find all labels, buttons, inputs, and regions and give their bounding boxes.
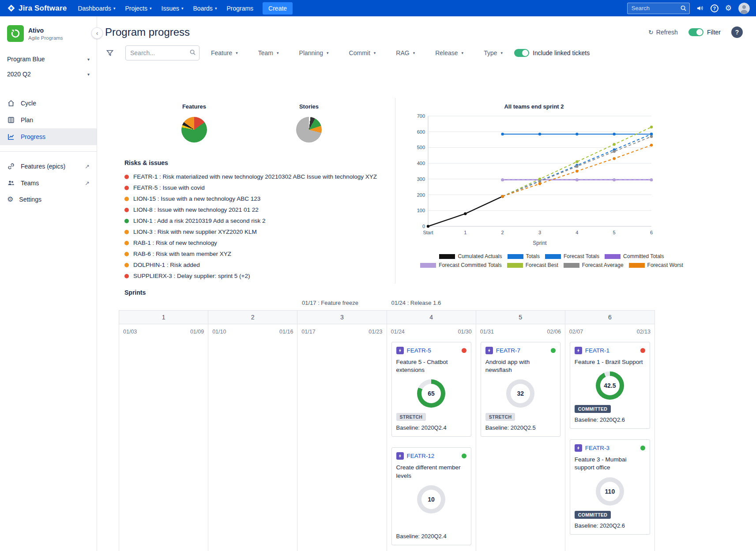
sprint-column: 01/0301/09 [119, 324, 208, 551]
filter-toggle-switch[interactable] [688, 28, 703, 36]
feature-key-link[interactable]: FEATR-5 [407, 347, 431, 354]
filter-dropdown-rag[interactable]: RAG▾ [396, 49, 415, 56]
chevron-down-icon: ▾ [462, 51, 464, 55]
feature-card[interactable]: FEATR-1Feature 1 - Brazil Support42.5COM… [570, 342, 650, 429]
legend-item: Forecast Average [564, 262, 624, 268]
svg-text:500: 500 [417, 145, 425, 150]
filter-dropdown-planning[interactable]: Planning▾ [299, 49, 329, 56]
include-linked-toggle[interactable]: Include linked tickets [514, 49, 590, 57]
risk-item[interactable]: DOLPHIN-1 : Risk added [124, 262, 382, 268]
sprint-end-date: 01/30 [458, 329, 471, 335]
chevron-down-icon: ▾ [327, 51, 329, 55]
avatar[interactable] [738, 3, 750, 14]
feature-card[interactable]: FEATR-5Feature 5 - Chatbot extensions65S… [391, 342, 471, 437]
filter-dropdown-release[interactable]: Release▾ [435, 49, 463, 56]
risk-item[interactable]: SUPPLIERX-3 : Delay supplier: sprint 5 (… [124, 273, 382, 279]
svg-text:Start: Start [423, 230, 433, 235]
create-button[interactable]: Create [263, 2, 293, 15]
sidebar-item-teams[interactable]: Teams↗ [0, 175, 97, 191]
risk-item[interactable]: LION-3 : Risk with new supplier XYZ2020 … [124, 229, 382, 235]
sidebar-item-plan[interactable]: Plan [0, 112, 97, 128]
gear-icon: ⚙ [7, 196, 13, 203]
risk-status-dot [124, 241, 129, 245]
sprint-end-date: 02/13 [637, 329, 651, 335]
feature-donut: 42.5 [596, 371, 624, 400]
topnav-item-boards[interactable]: Boards▾ [188, 0, 222, 16]
sidebar-collapse-button[interactable]: ‹ [91, 27, 103, 39]
risk-status-dot [124, 197, 129, 201]
topnav-item-issues[interactable]: Issues▾ [157, 0, 188, 16]
topnav-item-projects[interactable]: Projects▾ [120, 0, 156, 16]
feature-card[interactable]: FEATR-12Create different member levels10… [391, 447, 471, 545]
filter-search-input[interactable] [125, 45, 199, 60]
topnav-item-programs[interactable]: Programs [222, 0, 258, 16]
cycle-selector[interactable]: 2020 Q2 ▾ [0, 67, 97, 82]
chevron-down-icon: ▾ [500, 51, 503, 55]
feature-status-dot [640, 348, 645, 353]
feature-status-dot [462, 454, 466, 458]
feature-key-link[interactable]: FEATR-3 [585, 445, 609, 451]
risk-item[interactable]: LION-15 : Issue with a new technology AB… [124, 195, 382, 202]
topnav-item-dashboards[interactable]: Dashboards▾ [73, 0, 120, 16]
program-selector-value: Program Blue [7, 56, 45, 63]
risk-item[interactable]: LION-1 : Add a risk 20210319 Add a secon… [124, 217, 382, 224]
filter-dropdown-team[interactable]: Team▾ [258, 49, 279, 56]
sprint-column-header: 1 [119, 311, 208, 324]
help-icon[interactable]: ? [711, 4, 718, 12]
risk-item[interactable]: RAB-1 : Risk of new technology [124, 240, 382, 246]
sidebar-item-settings[interactable]: ⚙ Settings [0, 191, 97, 207]
legend-label: Committed Totals [623, 253, 664, 259]
commit-badge: STRETCH [485, 413, 515, 421]
search-icon[interactable] [680, 5, 687, 13]
risk-text: FEATR-1 : Risk materialized with new tec… [133, 173, 377, 180]
filter-toggle[interactable]: Filter [688, 28, 721, 36]
risk-text: FEATR-5 : Issue with covid [133, 184, 205, 191]
sprint-column-header: 4 [387, 311, 476, 324]
svg-text:1: 1 [464, 230, 466, 235]
main-content: Program progress ↻ Refresh Filter ? [97, 16, 756, 551]
svg-text:4: 4 [575, 230, 578, 235]
feature-type-icon [575, 347, 582, 354]
risk-item[interactable]: FEATR-5 : Issue with covid [124, 184, 382, 191]
jira-logo[interactable]: Jira Software [7, 4, 67, 13]
include-linked-toggle-switch[interactable] [514, 49, 529, 57]
filter-search-icon[interactable] [189, 49, 196, 57]
feature-key-link[interactable]: FEATR-1 [585, 347, 609, 354]
risk-item[interactable]: FEATR-1 : Risk materialized with new tec… [124, 173, 382, 180]
legend-swatch [564, 263, 579, 268]
chevron-down-icon: ▾ [413, 51, 415, 55]
page-help-icon[interactable]: ? [731, 26, 743, 38]
feature-card[interactable]: FEATR-7Android app with newsflash32STRET… [481, 342, 560, 437]
settings-gear-icon[interactable]: ⚙ [725, 4, 732, 12]
sprint-column-header: 3 [297, 311, 387, 324]
sidebar-item-features-epics[interactable]: Features (epics)↗ [0, 158, 97, 175]
svg-text:3: 3 [538, 230, 541, 235]
sidebar-item-cycle[interactable]: Cycle [0, 95, 97, 112]
program-selector[interactable]: Program Blue ▾ [0, 52, 97, 67]
risk-item[interactable]: LION-8 : Issue with new technology 2021 … [124, 206, 382, 213]
filter-funnel-icon[interactable] [106, 49, 114, 57]
filter-search [125, 45, 199, 60]
svg-text:300: 300 [417, 176, 425, 182]
filter-dropdown-type[interactable]: Type▾ [484, 49, 503, 56]
feature-card[interactable]: FEATR-3Feature 3 - Mumbai support office… [570, 439, 650, 534]
risk-status-dot [124, 274, 129, 278]
filter-dropdown-commit[interactable]: Commit▾ [349, 49, 376, 56]
feature-title: Feature 1 - Brazil Support [575, 358, 645, 366]
refresh-icon: ↻ [648, 29, 654, 36]
chevron-down-icon: ▾ [374, 51, 376, 55]
risks-section: Risks & issues FEATR-1 : Risk materializ… [124, 159, 395, 279]
page-header: Program progress ↻ Refresh Filter ? [97, 16, 756, 38]
feature-key-link[interactable]: FEATR-12 [407, 453, 435, 459]
sprint-end-date: 01/09 [190, 329, 204, 335]
filter-dropdown-feature[interactable]: Feature▾ [211, 49, 238, 56]
refresh-button[interactable]: ↻ Refresh [648, 29, 678, 36]
sidebar-item-progress[interactable]: Progress [0, 128, 97, 145]
feature-key-link[interactable]: FEATR-7 [496, 347, 520, 354]
risk-item[interactable]: RAB-6 : Risk with team member XYZ [124, 251, 382, 257]
sidebar-nav: CyclePlanProgress [0, 95, 97, 145]
stories-pie-title: Stories [265, 103, 353, 110]
svg-text:600: 600 [417, 129, 425, 135]
announcements-icon[interactable] [696, 4, 704, 12]
chevron-down-icon: ▾ [150, 6, 152, 11]
